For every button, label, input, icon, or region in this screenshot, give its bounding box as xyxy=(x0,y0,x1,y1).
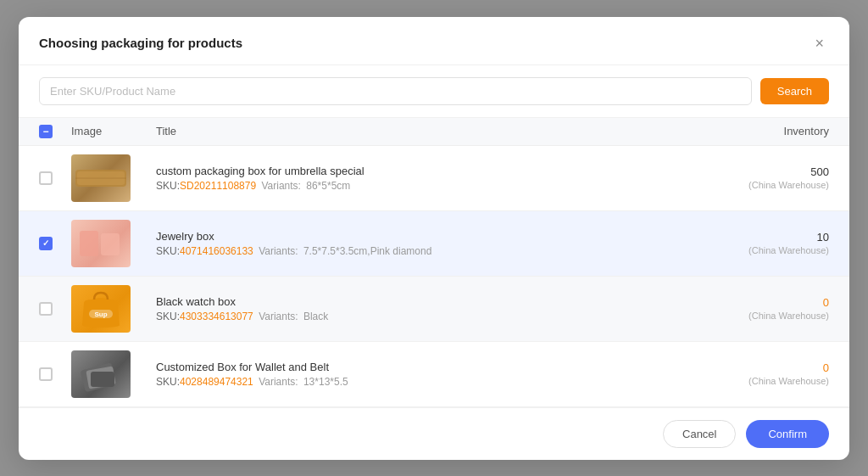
product-image-2 xyxy=(71,220,156,267)
variant-label-2: Variants: xyxy=(259,245,298,257)
svg-rect-9 xyxy=(91,372,114,387)
variant-value-4: 13*13*5.5 xyxy=(303,376,348,388)
search-bar: Search xyxy=(19,65,849,118)
table-row: custom packaging box for umbrella specia… xyxy=(19,146,849,211)
product-image-1 xyxy=(71,154,156,202)
table-body: custom packaging box for umbrella specia… xyxy=(19,146,849,407)
wood-svg xyxy=(75,161,126,195)
inventory-warehouse-4: (China Warehouse) xyxy=(710,376,829,386)
inventory-cell-2: 10 (China Warehouse) xyxy=(710,231,829,255)
product-info-3: Black watch box SKU:4303334613077 Varian… xyxy=(156,295,710,322)
modal-overlay: Choosing packaging for products × Search… xyxy=(0,0,868,476)
product-title-3: Black watch box xyxy=(156,295,710,308)
wallet-svg xyxy=(75,353,126,395)
inventory-count-2: 10 xyxy=(710,231,829,244)
table-row: Customized Box for Wallet and Belt SKU:4… xyxy=(19,342,849,407)
row-checkbox-4[interactable] xyxy=(39,367,53,381)
sku-link-3[interactable]: 4303334613077 xyxy=(180,311,253,322)
search-input[interactable] xyxy=(39,77,752,105)
product-sku-4: SKU:4028489474321 Variants: 13*13*5.5 xyxy=(156,376,710,388)
product-sku-3: SKU:4303334613077 Variants: Black xyxy=(156,311,710,322)
cancel-button[interactable]: Cancel xyxy=(663,420,736,448)
bag-svg: Sup xyxy=(75,288,126,330)
modal-footer: Cancel Confirm xyxy=(19,407,849,460)
product-info-4: Customized Box for Wallet and Belt SKU:4… xyxy=(156,361,710,388)
table-row: Sup Black watch box SKU:4303334613077 Va… xyxy=(19,277,849,342)
row-checkbox-cell-3[interactable] xyxy=(39,302,71,316)
sku-link-2[interactable]: 4071416036133 xyxy=(180,245,253,257)
product-image-wood xyxy=(71,154,131,202)
modal-title: Choosing packaging for products xyxy=(39,36,242,50)
variant-label-4: Variants: xyxy=(259,376,298,388)
product-image-4 xyxy=(71,350,156,398)
svg-rect-4 xyxy=(101,233,120,255)
variant-label-1: Variants: xyxy=(261,180,300,192)
svg-text:Sup: Sup xyxy=(94,311,107,318)
row-checkbox-cell-2[interactable] xyxy=(39,237,71,250)
product-sku-1: SKU:SD20211108879 Variants: 86*5*5cm xyxy=(156,180,710,192)
select-all-checkbox[interactable] xyxy=(39,125,53,138)
close-button[interactable]: × xyxy=(810,34,829,53)
inventory-count-4: 0 xyxy=(710,361,829,374)
product-image-bag: Sup xyxy=(71,285,131,333)
sku-link-1[interactable]: SD20211108879 xyxy=(180,180,256,192)
product-info-2: Jewelry box SKU:4071416036133 Variants: … xyxy=(156,230,710,257)
title-column-header: Title xyxy=(156,125,710,137)
table-row: Jewelry box SKU:4071416036133 Variants: … xyxy=(19,211,849,277)
inventory-warehouse-2: (China Warehouse) xyxy=(710,245,829,255)
product-image-wallet xyxy=(71,350,131,398)
inventory-warehouse-3: (China Warehouse) xyxy=(710,311,829,321)
search-button[interactable]: Search xyxy=(760,78,829,104)
modal-dialog: Choosing packaging for products × Search… xyxy=(19,17,849,460)
product-title-4: Customized Box for Wallet and Belt xyxy=(156,361,710,373)
inventory-count-3: 0 xyxy=(710,296,829,309)
inventory-count-1: 500 xyxy=(710,165,829,178)
table-header: Image Title Inventory xyxy=(19,118,849,146)
confirm-button[interactable]: Confirm xyxy=(746,420,829,448)
svg-rect-3 xyxy=(80,231,98,256)
jewelry-svg xyxy=(75,227,126,260)
modal-header: Choosing packaging for products × xyxy=(19,17,849,65)
row-checkbox-1[interactable] xyxy=(39,171,53,185)
row-checkbox-2[interactable] xyxy=(39,237,53,250)
header-checkbox-cell[interactable] xyxy=(39,125,71,138)
variant-value-3: Black xyxy=(303,311,328,322)
variant-value-2: 7.5*7.5*3.5cm,Pink diamond xyxy=(303,245,431,257)
product-info-1: custom packaging box for umbrella specia… xyxy=(156,165,710,192)
inventory-warehouse-1: (China Warehouse) xyxy=(710,180,829,190)
row-checkbox-cell-4[interactable] xyxy=(39,367,71,381)
product-sku-2: SKU:4071416036133 Variants: 7.5*7.5*3.5c… xyxy=(156,245,710,257)
inventory-cell-3: 0 (China Warehouse) xyxy=(710,296,829,321)
product-image-jewelry xyxy=(71,220,131,267)
product-title-2: Jewelry box xyxy=(156,230,710,243)
inventory-cell-4: 0 (China Warehouse) xyxy=(710,361,829,386)
row-checkbox-cell-1[interactable] xyxy=(39,171,71,185)
inventory-cell-1: 500 (China Warehouse) xyxy=(710,165,829,190)
variant-label-3: Variants: xyxy=(259,311,298,322)
row-checkbox-3[interactable] xyxy=(39,302,53,316)
sku-link-4[interactable]: 4028489474321 xyxy=(180,376,253,388)
inventory-column-header: Inventory xyxy=(710,125,829,137)
product-title-1: custom packaging box for umbrella specia… xyxy=(156,165,710,177)
image-column-header: Image xyxy=(71,125,156,137)
variant-value-1: 86*5*5cm xyxy=(306,180,350,192)
product-image-3: Sup xyxy=(71,285,156,333)
